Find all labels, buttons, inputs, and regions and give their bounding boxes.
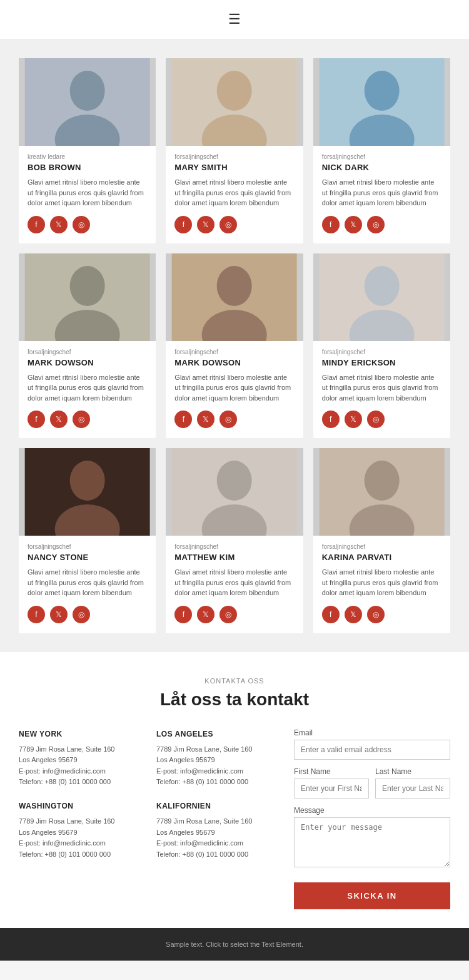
team-card-role-karina-parvati: forsaljningschef bbox=[322, 543, 441, 550]
instagram-icon-karina-parvati[interactable]: ◎ bbox=[367, 606, 385, 623]
team-card-mark-dowson-2: forsaljningschef MARK DOWSON Glavi amet … bbox=[166, 253, 303, 439]
address-city-3: KALIFORNIEN bbox=[156, 800, 281, 812]
contact-title: Låt oss ta kontakt bbox=[19, 690, 450, 710]
last-name-input[interactable] bbox=[375, 778, 450, 799]
address-phone-0: Telefon: +88 (0) 101 0000 000 bbox=[19, 777, 144, 788]
twitter-icon-matthew-kim[interactable]: 𝕏 bbox=[197, 606, 214, 623]
contact-body: NEW YORK 7789 Jim Rosa Lane, Suite 160 L… bbox=[19, 728, 450, 909]
facebook-icon-mary-smith[interactable]: f bbox=[174, 216, 192, 233]
twitter-icon-nick-dark[interactable]: 𝕏 bbox=[345, 216, 362, 233]
social-icons-mary-smith: f 𝕏 ◎ bbox=[174, 216, 294, 233]
facebook-icon-mark-dowson-2[interactable]: f bbox=[174, 411, 192, 428]
social-icons-karina-parvati: f 𝕏 ◎ bbox=[322, 606, 441, 623]
social-icons-mark-dowson-2: f 𝕏 ◎ bbox=[174, 411, 294, 428]
twitter-icon-mark-dowson-1[interactable]: 𝕏 bbox=[50, 411, 68, 428]
team-card-body-mark-dowson-1: forsaljningschef MARK DOWSON Glavi amet … bbox=[19, 349, 156, 429]
team-card-mary-smith: forsaljningschef MARY SMITH Glavi amet r… bbox=[166, 58, 303, 243]
team-card-desc-bob-brown: Glavi amet ritnisl libero molestie ante … bbox=[28, 177, 147, 208]
address-city-2: WASHINGTON bbox=[19, 800, 144, 812]
address-phone-2: Telefon: +88 (0) 101 0000 000 bbox=[19, 849, 144, 860]
svg-point-13 bbox=[217, 266, 252, 306]
svg-point-7 bbox=[364, 71, 399, 111]
address-phone-3: Telefon: +88 (0) 101 0000 000 bbox=[156, 849, 281, 860]
address-street-1: 7789 Jim Rosa Lane, Suite 160 bbox=[156, 744, 281, 755]
facebook-icon-mindy-erickson[interactable]: f bbox=[322, 411, 340, 428]
hamburger-icon[interactable]: ☰ bbox=[228, 11, 241, 28]
contact-section: KONTAKTA OSS Låt oss ta kontakt NEW YORK… bbox=[0, 652, 469, 928]
instagram-icon-mark-dowson-2[interactable]: ◎ bbox=[219, 411, 237, 428]
team-card-role-mark-dowson-1: forsaljningschef bbox=[28, 349, 147, 355]
address-city-0: NEW YORK bbox=[19, 728, 144, 740]
first-name-input[interactable] bbox=[294, 778, 369, 799]
team-card-role-nick-dark: forsaljningschef bbox=[322, 153, 441, 160]
twitter-icon-mindy-erickson[interactable]: 𝕏 bbox=[345, 411, 362, 428]
last-name-label: Last Name bbox=[375, 767, 450, 776]
address-street-3: 7789 Jim Rosa Lane, Suite 160 bbox=[156, 816, 281, 827]
facebook-icon-mark-dowson-1[interactable]: f bbox=[28, 411, 45, 428]
contact-form: Email First Name Last Name Message SKICK… bbox=[294, 728, 450, 909]
contact-label: KONTAKTA OSS bbox=[19, 677, 450, 685]
twitter-icon-mary-smith[interactable]: 𝕏 bbox=[197, 216, 214, 233]
address-email-2: E-post: info@mediclinic.com bbox=[19, 838, 144, 849]
message-input[interactable] bbox=[294, 817, 450, 867]
team-card-body-karina-parvati: forsaljningschef KARINA PARVATI Glavi am… bbox=[313, 543, 450, 623]
social-icons-mark-dowson-1: f 𝕏 ◎ bbox=[28, 411, 147, 428]
header: ☰ bbox=[0, 0, 469, 39]
team-card-body-bob-brown: kreativ ledare BOB BROWN Glavi amet ritn… bbox=[19, 153, 156, 233]
facebook-icon-matthew-kim[interactable]: f bbox=[174, 606, 192, 623]
instagram-icon-mindy-erickson[interactable]: ◎ bbox=[367, 411, 385, 428]
team-card-body-mark-dowson-2: forsaljningschef MARK DOWSON Glavi amet … bbox=[166, 349, 303, 429]
address-citystate-3: Los Angeles 95679 bbox=[156, 827, 281, 839]
address-email-0: E-post: info@mediclinic.com bbox=[19, 766, 144, 777]
instagram-icon-mark-dowson-1[interactable]: ◎ bbox=[73, 411, 90, 428]
facebook-icon-nancy-stone[interactable]: f bbox=[28, 606, 45, 623]
address-column-2: LOS ANGELES 7789 Jim Rosa Lane, Suite 16… bbox=[156, 728, 281, 909]
twitter-icon-mark-dowson-2[interactable]: 𝕏 bbox=[197, 411, 214, 428]
address-block-0: NEW YORK 7789 Jim Rosa Lane, Suite 160 L… bbox=[19, 728, 144, 789]
contact-header: KONTAKTA OSS Låt oss ta kontakt bbox=[19, 677, 450, 710]
team-card-desc-nick-dark: Glavi amet ritnisl libero molestie ante … bbox=[322, 177, 441, 208]
team-card-desc-matthew-kim: Glavi amet ritnisl libero molestie ante … bbox=[174, 567, 294, 598]
social-icons-nick-dark: f 𝕏 ◎ bbox=[322, 216, 441, 233]
team-card-photo-matthew-kim bbox=[166, 448, 303, 536]
instagram-icon-nancy-stone[interactable]: ◎ bbox=[73, 606, 90, 623]
address-citystate-0: Los Angeles 95679 bbox=[19, 755, 144, 766]
team-card-role-mary-smith: forsaljningschef bbox=[174, 153, 294, 160]
address-block-1: LOS ANGELES 7789 Jim Rosa Lane, Suite 16… bbox=[156, 728, 281, 789]
team-card-body-nancy-stone: forsaljningschef NANCY STONE Glavi amet … bbox=[19, 543, 156, 623]
address-street-2: 7789 Jim Rosa Lane, Suite 160 bbox=[19, 816, 144, 827]
email-input[interactable] bbox=[294, 740, 450, 760]
team-card-name-bob-brown: BOB BROWN bbox=[28, 163, 147, 172]
instagram-icon-nick-dark[interactable]: ◎ bbox=[367, 216, 385, 233]
facebook-icon-karina-parvati[interactable]: f bbox=[322, 606, 340, 623]
twitter-icon-karina-parvati[interactable]: 𝕏 bbox=[345, 606, 362, 623]
team-card-name-nick-dark: NICK DARK bbox=[322, 163, 441, 172]
first-name-label: First Name bbox=[294, 767, 369, 776]
address-block-2: WASHINGTON 7789 Jim Rosa Lane, Suite 160… bbox=[19, 800, 144, 860]
instagram-icon-matthew-kim[interactable]: ◎ bbox=[219, 606, 237, 623]
facebook-icon-nick-dark[interactable]: f bbox=[322, 216, 340, 233]
address-city-1: LOS ANGELES bbox=[156, 728, 281, 740]
team-card-photo-mindy-erickson bbox=[313, 253, 450, 341]
team-card-photo-mark-dowson-2 bbox=[166, 253, 303, 341]
team-card-body-nick-dark: forsaljningschef NICK DARK Glavi amet ri… bbox=[313, 153, 450, 233]
twitter-icon-nancy-stone[interactable]: 𝕏 bbox=[50, 606, 68, 623]
social-icons-mindy-erickson: f 𝕏 ◎ bbox=[322, 411, 441, 428]
message-group: Message bbox=[294, 806, 450, 870]
team-card-name-nancy-stone: NANCY STONE bbox=[28, 553, 147, 562]
team-card-desc-nancy-stone: Glavi amet ritnisl libero molestie ante … bbox=[28, 567, 147, 598]
team-section: kreativ ledare BOB BROWN Glavi amet ritn… bbox=[0, 39, 469, 652]
first-name-group: First Name bbox=[294, 767, 369, 799]
instagram-icon-mary-smith[interactable]: ◎ bbox=[219, 216, 237, 233]
team-card-desc-mary-smith: Glavi amet ritnisl libero molestie ante … bbox=[174, 177, 294, 208]
submit-button[interactable]: SKICKA IN bbox=[294, 882, 450, 909]
email-label: Email bbox=[294, 728, 450, 737]
facebook-icon-bob-brown[interactable]: f bbox=[28, 216, 45, 233]
name-row: First Name Last Name bbox=[294, 767, 450, 806]
team-card-role-bob-brown: kreativ ledare bbox=[28, 153, 147, 160]
message-label: Message bbox=[294, 806, 450, 815]
twitter-icon-bob-brown[interactable]: 𝕏 bbox=[50, 216, 68, 233]
instagram-icon-bob-brown[interactable]: ◎ bbox=[73, 216, 90, 233]
team-card-mark-dowson-1: forsaljningschef MARK DOWSON Glavi amet … bbox=[19, 253, 156, 439]
team-card-photo-nancy-stone bbox=[19, 448, 156, 536]
